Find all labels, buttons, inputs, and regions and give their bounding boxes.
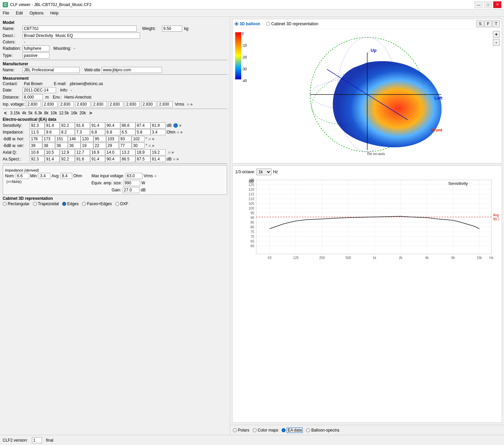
- freq-3k15[interactable]: 3.15k: [10, 111, 20, 115]
- imp-radio[interactable]: ○ »: [177, 130, 182, 135]
- hor-3[interactable]: [68, 136, 81, 142]
- menu-file[interactable]: File: [1, 10, 10, 16]
- ver-2[interactable]: [55, 143, 68, 149]
- axs-6[interactable]: [120, 156, 135, 162]
- mfr-name-input[interactable]: [23, 67, 80, 73]
- t-button[interactable]: T: [493, 21, 500, 27]
- max-volt-radio[interactable]: ○: [154, 174, 157, 178]
- ver-4[interactable]: [81, 143, 93, 149]
- imp-6[interactable]: [120, 129, 135, 135]
- imp-4[interactable]: [90, 129, 105, 135]
- axq-8[interactable]: [151, 149, 166, 155]
- weight-input[interactable]: [162, 26, 182, 32]
- sens-7[interactable]: [135, 122, 151, 128]
- freq-12k5[interactable]: 12.5k: [59, 111, 69, 115]
- axq-4[interactable]: [90, 149, 105, 155]
- axs-5[interactable]: [105, 156, 120, 162]
- sens-4[interactable]: [90, 122, 105, 128]
- sens-1[interactable]: [45, 122, 60, 128]
- ver-7[interactable]: [119, 143, 132, 149]
- volt-6[interactable]: [125, 101, 140, 107]
- gain-input[interactable]: [123, 187, 139, 193]
- hor-2[interactable]: [55, 136, 68, 142]
- volt-1[interactable]: [42, 101, 57, 107]
- axs-2[interactable]: [60, 156, 75, 162]
- freq-20k[interactable]: 20k: [79, 111, 86, 115]
- menu-options[interactable]: Options: [28, 10, 45, 16]
- axq-radio[interactable]: ○ »: [168, 150, 174, 155]
- volt-3[interactable]: [75, 101, 90, 107]
- f-button[interactable]: F: [485, 21, 492, 27]
- hor-7[interactable]: [119, 136, 132, 142]
- cabinet-3d-option[interactable]: Cabinet 3D representation: [266, 22, 318, 26]
- sens-radio[interactable]: 🔵 »: [173, 123, 181, 128]
- hor-8[interactable]: [132, 136, 144, 142]
- ver-8[interactable]: [132, 143, 144, 149]
- color-maps-option[interactable]: Color maps: [253, 428, 278, 433]
- ver-6[interactable]: [106, 143, 119, 149]
- axs-0[interactable]: [30, 156, 45, 162]
- hor-1[interactable]: [42, 136, 55, 142]
- freq-16k[interactable]: 16k: [71, 111, 77, 115]
- nom-input[interactable]: [16, 173, 29, 179]
- imp-8[interactable]: [151, 129, 166, 135]
- hor-0[interactable]: [30, 136, 42, 142]
- imp-0[interactable]: [30, 129, 45, 135]
- balloon-spectra-option[interactable]: Balloon-spectra: [306, 428, 339, 433]
- menu-edit[interactable]: Edit: [14, 10, 24, 16]
- volt-5[interactable]: [108, 101, 123, 107]
- min-input[interactable]: [39, 173, 50, 179]
- axq-2[interactable]: [60, 149, 75, 155]
- sens-8[interactable]: [151, 122, 166, 128]
- sens-3[interactable]: [75, 122, 90, 128]
- ver-radio[interactable]: ○ »: [149, 143, 154, 148]
- hor-4[interactable]: [81, 136, 93, 142]
- polars-option[interactable]: Polars: [233, 428, 249, 433]
- hor-6[interactable]: [106, 136, 119, 142]
- zoom-out-btn[interactable]: -: [493, 39, 500, 46]
- sens-2[interactable]: [60, 122, 75, 128]
- axs-radio[interactable]: ○ »: [173, 157, 179, 161]
- freq-4k[interactable]: 4k: [22, 111, 27, 115]
- equiv-input[interactable]: [123, 180, 140, 186]
- cab-trapezoidal[interactable]: Trapezoidal: [33, 201, 59, 206]
- cab-dxf[interactable]: DXF: [115, 201, 128, 206]
- axq-5[interactable]: [105, 149, 120, 155]
- imp-7[interactable]: [135, 129, 151, 135]
- freq-8k[interactable]: 8k: [44, 111, 49, 115]
- date-input[interactable]: [23, 87, 56, 93]
- ea-data-option[interactable]: EA data: [282, 428, 303, 433]
- menu-help[interactable]: Help: [49, 10, 60, 16]
- hor-radio[interactable]: ○ »: [149, 137, 154, 141]
- cab-rectangular[interactable]: Rectangular: [3, 201, 30, 206]
- axs-3[interactable]: [75, 156, 90, 162]
- hor-5[interactable]: [93, 136, 106, 142]
- imp-5[interactable]: [105, 129, 120, 135]
- axq-7[interactable]: [135, 149, 151, 155]
- maximize-button[interactable]: □: [484, 1, 492, 8]
- volt-4[interactable]: [92, 101, 107, 107]
- avg-input[interactable]: [60, 173, 72, 179]
- axq-6[interactable]: [120, 149, 135, 155]
- ver-5[interactable]: [93, 143, 106, 149]
- cab-faces-edges[interactable]: Faces+Edges: [82, 201, 112, 206]
- octave-select[interactable]: 1k 125 250 500 2k: [256, 169, 271, 175]
- freq-10k[interactable]: 10k: [50, 111, 57, 115]
- freq-6k3[interactable]: 6.3k: [35, 111, 42, 115]
- freq-next-btn[interactable]: >: [88, 110, 93, 116]
- balloon-3d-option[interactable]: 3D balloon: [235, 22, 260, 26]
- axs-7[interactable]: [135, 156, 151, 162]
- s-button[interactable]: S: [476, 21, 484, 27]
- sens-0[interactable]: [30, 122, 45, 128]
- type-input[interactable]: [23, 52, 49, 59]
- version-input[interactable]: [32, 437, 42, 443]
- ver-0[interactable]: [30, 143, 42, 149]
- sens-5[interactable]: [105, 122, 120, 128]
- imp-2[interactable]: [60, 129, 75, 135]
- volt-0[interactable]: [26, 101, 41, 107]
- axq-0[interactable]: [30, 149, 45, 155]
- volt-8[interactable]: [158, 101, 173, 107]
- distance-input[interactable]: [23, 94, 43, 100]
- axs-4[interactable]: [90, 156, 105, 162]
- cab-edges[interactable]: Edges: [62, 201, 79, 206]
